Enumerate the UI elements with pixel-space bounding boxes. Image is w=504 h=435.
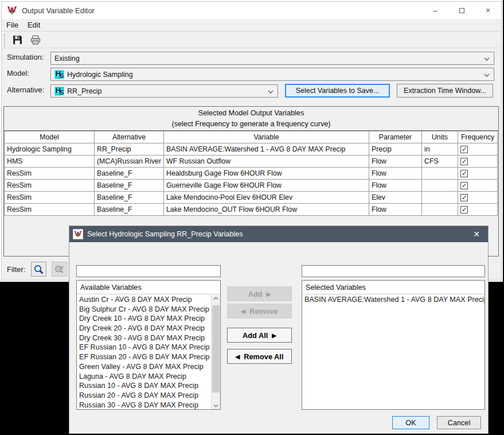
- table-header-row: Model Alternative Variable Parameter Uni…: [5, 131, 498, 143]
- scrollbar-thumb[interactable]: [212, 305, 220, 393]
- list-item[interactable]: Russian 10 - AVG 8 DAY MAX Precip: [77, 381, 211, 391]
- col-frequency[interactable]: Frequency: [458, 131, 498, 143]
- maximize-button[interactable]: [448, 2, 475, 19]
- wat-dialog-icon: [73, 229, 83, 239]
- list-item[interactable]: BASIN AVERAGE:Watershed 1 - AVG 8 DAY MA…: [302, 295, 485, 305]
- remove-all-button[interactable]: ◀ Remove All: [227, 349, 292, 364]
- simulation-value: Existing: [54, 55, 80, 63]
- col-model[interactable]: Model: [5, 131, 95, 143]
- list-item[interactable]: Laguna - AVG 8 DAY MAX Precip: [77, 372, 211, 382]
- model-label: Model:: [7, 69, 29, 77]
- clear-filter-button: [52, 262, 67, 277]
- simulation-label: Simulation:: [7, 53, 44, 61]
- table-row[interactable]: ResSim Baseline_F Lake Mendocino-Pool El…: [5, 192, 498, 204]
- filter-label: Filter:: [7, 265, 26, 274]
- chevron-down-icon: [484, 73, 490, 77]
- alternative-value: RR_Precip: [67, 87, 101, 95]
- col-parameter[interactable]: Parameter: [369, 131, 422, 143]
- toolbar: [2, 32, 501, 48]
- wat-app-icon: [7, 5, 17, 15]
- frequency-checkbox[interactable]: [460, 206, 468, 213]
- frequency-checkbox[interactable]: [460, 170, 468, 177]
- simulation-row: Simulation: Existing: [2, 51, 501, 65]
- scroll-up-icon[interactable]: [213, 297, 218, 300]
- simulation-combobox[interactable]: Existing: [50, 52, 494, 65]
- titlebar: Output Variable Editor – ×: [2, 2, 501, 19]
- table-row[interactable]: ResSim Baseline_F Healdsburg Gage Flow 6…: [5, 168, 498, 180]
- save-button[interactable]: [10, 33, 24, 47]
- dialog-titlebar: Select Hydrologic Sampling RR_Precip Var…: [69, 226, 488, 242]
- available-variables-list: Available Variables Austin Cr - AVG 8 DA…: [76, 280, 221, 410]
- close-button[interactable]: ×: [475, 2, 501, 19]
- frequency-checkbox[interactable]: [460, 158, 468, 165]
- magnifier-off-icon: [54, 264, 65, 275]
- alternative-combobox[interactable]: H S RR_Precip: [50, 84, 278, 98]
- selected-variables-header: Selected Variables: [302, 281, 485, 294]
- list-item[interactable]: Big Sulphur Cr - AVG 8 DAY MAX Precip: [77, 305, 211, 314]
- alternative-row: Alternative: H S RR_Precip Select Variab…: [2, 84, 501, 98]
- selected-variables-list: Selected Variables BASIN AVERAGE:Watersh…: [302, 280, 485, 410]
- list-item[interactable]: Austin Cr - AVG 8 DAY MAX Precip: [77, 295, 211, 305]
- arrow-left-icon: ◀: [236, 354, 240, 360]
- extraction-time-window-button[interactable]: Extraction Time Window...: [397, 84, 493, 98]
- dialog-close-button[interactable]: ✕: [465, 226, 488, 242]
- menubar: File Edit: [2, 19, 501, 32]
- alternative-label: Alternative:: [7, 86, 44, 94]
- table-row[interactable]: Hydrologic Sampling RR_Precip BASIN AVER…: [5, 143, 498, 156]
- chevron-down-icon: [484, 57, 490, 61]
- frequency-checkbox[interactable]: [460, 194, 468, 201]
- col-alternative[interactable]: Alternative: [95, 131, 164, 143]
- model-value: Hydrologic Sampling: [67, 71, 133, 79]
- minimize-button[interactable]: –: [422, 2, 448, 19]
- minimize-icon: –: [433, 6, 437, 15]
- col-variable[interactable]: Variable: [164, 131, 369, 143]
- hydrologic-sampling-icon: H S: [54, 70, 64, 79]
- frequency-checkbox[interactable]: [460, 146, 468, 153]
- ok-button[interactable]: OK: [392, 416, 429, 429]
- toolbar-grip[interactable]: [4, 34, 6, 46]
- scrollbar[interactable]: [211, 295, 220, 409]
- close-icon: ×: [486, 6, 490, 15]
- list-item[interactable]: Dry Creek 10 - AVG 8 DAY MAX Precip: [77, 314, 211, 324]
- menu-file[interactable]: File: [2, 19, 23, 31]
- dialog-title: Select Hydrologic Sampling RR_Precip Var…: [87, 230, 243, 238]
- select-variables-button[interactable]: Select Variables to Save...: [285, 84, 390, 98]
- chevron-down-icon: [268, 90, 274, 94]
- available-filter-input[interactable]: [76, 265, 221, 277]
- col-units[interactable]: Units: [422, 131, 458, 143]
- filter-button[interactable]: [31, 262, 46, 277]
- table-title: Selected Model Output Variables (select …: [4, 107, 498, 131]
- add-all-button[interactable]: Add All ▶: [227, 328, 292, 343]
- hydrologic-sampling-icon: H S: [54, 87, 64, 96]
- screen: Output Variable Editor – × File Edit: [0, 0, 504, 435]
- print-icon: [30, 35, 41, 45]
- arrow-right-icon: ▶: [267, 291, 271, 297]
- arrow-right-icon: ▶: [272, 332, 276, 339]
- list-item[interactable]: EF Russian 20 - AVG 8 DAY MAX Precip: [77, 352, 211, 362]
- selected-filter-input[interactable]: [302, 265, 485, 277]
- menu-edit[interactable]: Edit: [23, 19, 45, 31]
- list-item[interactable]: Dry Creek 20 - AVG 8 DAY MAX Precip: [77, 324, 211, 333]
- list-item[interactable]: EF Russian 10 - AVG 8 DAY MAX Precip: [77, 343, 211, 352]
- model-row: Model: H S Hydrologic Sampling: [2, 67, 501, 81]
- remove-button: ◀ Remove: [227, 304, 292, 319]
- maximize-icon: [459, 8, 464, 13]
- table-row[interactable]: HMS (MCA)Russian River FRA WF Russian Ou…: [5, 156, 498, 168]
- print-button[interactable]: [29, 33, 42, 47]
- list-item[interactable]: Dry Creek 30 - AVG 8 DAY MAX Precip: [77, 333, 211, 343]
- arrow-left-icon: ◀: [241, 308, 245, 314]
- list-item[interactable]: Green Valley - AVG 8 DAY MAX Precip: [77, 362, 211, 372]
- close-icon: ✕: [473, 230, 480, 239]
- table-row[interactable]: ResSim Baseline_F Lake Mendocino_OUT Flo…: [5, 204, 498, 216]
- add-button: Add ▶: [227, 286, 292, 301]
- cancel-button[interactable]: Cancel: [437, 416, 481, 429]
- scroll-down-icon[interactable]: [213, 404, 218, 407]
- save-icon: [13, 35, 22, 45]
- list-item[interactable]: Russian 30 - AVG 8 DAY MAX Precip: [77, 401, 211, 409]
- magnifier-icon: [33, 264, 44, 275]
- model-combobox[interactable]: H S Hydrologic Sampling: [50, 68, 494, 81]
- list-item[interactable]: Russian 20 - AVG 8 DAY MAX Precip: [77, 391, 211, 401]
- available-variables-header: Available Variables: [77, 281, 220, 294]
- table-row[interactable]: ResSim Baseline_F Guerneville Gage Flow …: [5, 180, 498, 192]
- frequency-checkbox[interactable]: [460, 182, 468, 189]
